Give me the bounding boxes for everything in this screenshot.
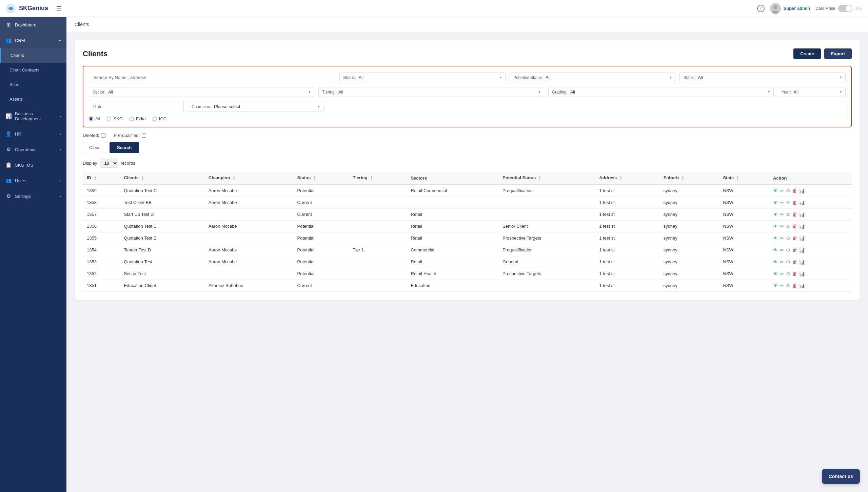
col-id[interactable]: ID ▲▼ xyxy=(83,172,120,185)
champion-select[interactable]: Please select xyxy=(214,104,315,109)
view-icon[interactable]: 👁 xyxy=(773,224,778,229)
col-potential-status[interactable]: Potential Status ▲▼ xyxy=(498,172,595,185)
settings-icon[interactable]: ⚙ xyxy=(786,212,790,217)
cell-client: Quotation Test xyxy=(120,256,204,268)
radio-icc[interactable]: ICC xyxy=(153,116,166,121)
view-icon[interactable]: 👁 xyxy=(773,212,778,217)
contact-us-button[interactable]: Contact us xyxy=(822,469,860,484)
delete-icon[interactable]: 🗑 xyxy=(792,224,797,229)
chart-icon[interactable]: 📊 xyxy=(799,271,805,276)
col-sectors[interactable]: Sectors xyxy=(407,172,498,185)
settings-icon[interactable]: ⚙ xyxy=(786,259,790,265)
col-tiering[interactable]: Tiering ▲▼ xyxy=(349,172,407,185)
col-champion[interactable]: Champion ▲▼ xyxy=(204,172,293,185)
sidebar-item-hr[interactable]: 👤 HR › xyxy=(0,126,66,142)
potential-status-select[interactable]: All xyxy=(546,75,667,80)
sidebar-item-crm[interactable]: 👥 CRM ▾ xyxy=(0,33,66,48)
delete-icon[interactable]: 🗑 xyxy=(792,259,797,265)
view-icon[interactable]: 👁 xyxy=(773,271,778,276)
settings-icon[interactable]: ⚙ xyxy=(786,224,790,229)
edit-icon[interactable]: ✏ xyxy=(780,224,784,229)
create-button[interactable]: Create xyxy=(793,48,821,59)
chart-icon[interactable]: 📊 xyxy=(799,247,805,253)
sidebar-item-skg-ims[interactable]: 📋 SKG IMS xyxy=(0,157,66,173)
settings-icon[interactable]: ⚙ xyxy=(786,235,790,241)
sidebar-item-settings[interactable]: ⚙ Settings › xyxy=(0,188,66,204)
radio-skg[interactable]: SKG xyxy=(107,116,122,121)
delete-icon[interactable]: 🗑 xyxy=(792,247,797,253)
sidebar-item-sites[interactable]: Sites xyxy=(0,77,66,92)
settings-icon[interactable]: ⚙ xyxy=(786,188,790,193)
delete-icon[interactable]: 🗑 xyxy=(792,188,797,193)
delete-icon[interactable]: 🗑 xyxy=(792,212,797,217)
settings-icon[interactable]: ⚙ xyxy=(786,247,790,253)
export-button[interactable]: Export xyxy=(824,48,852,59)
col-suburb[interactable]: Suburb ▲▼ xyxy=(659,172,719,185)
sidebar-item-business-development[interactable]: 📊 Business Development › xyxy=(0,106,66,126)
clients-table: ID ▲▼ Clients ▲▼ Champion ▲▼ Status ▲▼ T… xyxy=(83,172,852,292)
status-select[interactable]: All xyxy=(359,75,497,80)
app-logo[interactable]: SKGenius xyxy=(5,3,48,14)
radio-all[interactable]: All xyxy=(89,116,100,121)
view-icon[interactable]: 👁 xyxy=(773,235,778,241)
sidebar-item-client-contacts[interactable]: Client Contacts xyxy=(0,63,66,77)
sidebar-item-dashboard[interactable]: ⊞ Dashboard xyxy=(0,17,66,33)
chart-icon[interactable]: 📊 xyxy=(799,200,805,205)
display-count-select[interactable]: 10 25 50 xyxy=(100,159,118,168)
edit-icon[interactable]: ✏ xyxy=(780,212,784,217)
delete-icon[interactable]: 🗑 xyxy=(792,235,797,241)
sector-select[interactable]: All xyxy=(108,89,306,95)
user-menu[interactable]: Super admin xyxy=(770,3,810,14)
chart-icon[interactable]: 📊 xyxy=(799,283,805,288)
sidebar-item-assets[interactable]: Assets xyxy=(0,92,66,106)
edit-icon[interactable]: ✏ xyxy=(780,188,784,193)
delete-icon[interactable]: 🗑 xyxy=(792,200,797,205)
view-icon[interactable]: 👁 xyxy=(773,259,778,265)
edit-icon[interactable]: ✏ xyxy=(780,283,784,288)
settings-icon[interactable]: ⚙ xyxy=(786,283,790,288)
deleted-checkbox[interactable]: Deleted: xyxy=(83,133,105,138)
edit-icon[interactable]: ✏ xyxy=(780,259,784,265)
clear-button[interactable]: Clear xyxy=(83,142,106,153)
search-button[interactable]: Search xyxy=(110,142,139,153)
view-icon[interactable]: 👁 xyxy=(773,200,778,205)
help-icon[interactable]: ? xyxy=(757,5,765,12)
edit-icon[interactable]: ✏ xyxy=(780,200,784,205)
chart-icon[interactable]: 📊 xyxy=(799,224,805,229)
settings-icon[interactable]: ⚙ xyxy=(786,271,790,276)
cell-potential-status: General xyxy=(498,256,595,268)
view-icon[interactable]: 👁 xyxy=(773,283,778,288)
date-input[interactable] xyxy=(89,101,184,112)
chart-icon[interactable]: 📊 xyxy=(799,259,805,265)
col-address[interactable]: Address ▲▼ xyxy=(595,172,659,185)
tiering-select[interactable]: All xyxy=(338,89,536,95)
col-status[interactable]: Status ▲▼ xyxy=(293,172,349,185)
chart-icon[interactable]: 📊 xyxy=(799,235,805,241)
cell-sectors: Retail xyxy=(407,208,498,220)
year-select[interactable]: All xyxy=(794,89,837,95)
view-icon[interactable]: 👁 xyxy=(773,188,778,193)
hamburger-menu[interactable]: ☰ xyxy=(56,5,62,12)
delete-icon[interactable]: 🗑 xyxy=(792,271,797,276)
col-state[interactable]: State ▲▼ xyxy=(719,172,769,185)
delete-icon[interactable]: 🗑 xyxy=(792,283,797,288)
status-filter: Status: All ▾ xyxy=(339,73,506,82)
radio-ezko[interactable]: Ezko xyxy=(130,116,146,121)
prequalified-checkbox[interactable]: Pre-qualified: xyxy=(114,133,146,138)
sidebar-item-clients[interactable]: Clients xyxy=(0,48,66,63)
state-select[interactable]: All xyxy=(698,75,837,80)
cell-state: NSW xyxy=(719,197,769,208)
darkmode-toggle[interactable] xyxy=(838,5,852,12)
edit-icon[interactable]: ✏ xyxy=(780,247,784,253)
edit-icon[interactable]: ✏ xyxy=(780,271,784,276)
sidebar-item-operations[interactable]: ⚙ Operations › xyxy=(0,142,66,157)
chart-icon[interactable]: 📊 xyxy=(799,212,805,217)
grading-select[interactable]: All xyxy=(570,89,765,95)
search-input[interactable] xyxy=(89,72,335,83)
settings-icon[interactable]: ⚙ xyxy=(786,200,790,205)
col-clients[interactable]: Clients ▲▼ xyxy=(120,172,204,185)
view-icon[interactable]: 👁 xyxy=(773,247,778,253)
sidebar-item-users[interactable]: 👥 Users › xyxy=(0,173,66,188)
edit-icon[interactable]: ✏ xyxy=(780,235,784,241)
chart-icon[interactable]: 📊 xyxy=(799,188,805,193)
